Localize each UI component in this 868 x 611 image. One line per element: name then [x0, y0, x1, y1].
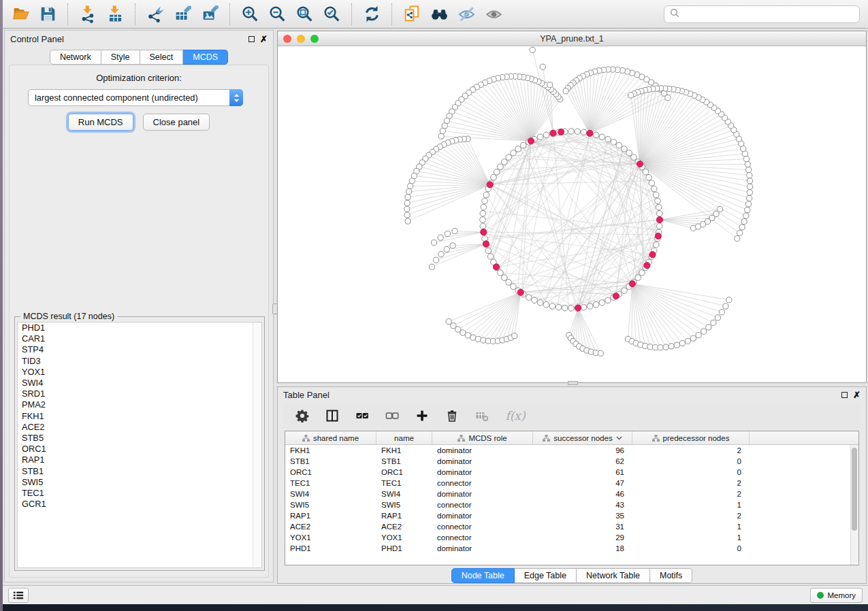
open-file-button[interactable] — [8, 3, 33, 26]
network-view-panel: YPA_prune.txt_1 — [277, 31, 867, 383]
tab-network-table[interactable]: Network Table — [577, 568, 650, 583]
search-input[interactable] — [684, 10, 854, 19]
mcds-result-item[interactable]: GCR1 — [18, 499, 261, 510]
hide-details-button[interactable] — [454, 3, 479, 26]
network-window-title: YPA_prune.txt_1 — [278, 34, 866, 44]
mcds-result-item[interactable]: PHD1 — [18, 323, 261, 333]
tab-node-table[interactable]: Node Table — [451, 568, 515, 583]
tab-mcds[interactable]: MCDS — [183, 50, 228, 65]
mcds-result-item[interactable]: STB5 — [18, 433, 261, 444]
zoom-fit-button[interactable] — [292, 3, 317, 26]
table-row[interactable]: YOX1YOX1connector291 — [285, 532, 858, 543]
float-panel-icon[interactable] — [248, 36, 255, 42]
deselect-all-icon — [385, 409, 399, 423]
mcds-result-item[interactable]: SWI4 — [18, 378, 261, 389]
column-header-shared-name[interactable]: shared name — [285, 431, 376, 444]
refresh-view-button[interactable] — [359, 3, 384, 26]
column-header-successor-nodes[interactable]: successor nodes — [533, 431, 632, 444]
cell-mcds-role: connector — [432, 532, 533, 543]
close-table-panel-icon[interactable]: ✗ — [853, 391, 861, 399]
cell-name: SWI4 — [376, 489, 432, 499]
select-all-button[interactable] — [354, 407, 370, 425]
close-panel-icon[interactable]: ✗ — [260, 35, 268, 44]
save-session-button[interactable] — [35, 3, 60, 26]
run-mcds-button[interactable]: Run MCDS — [68, 114, 133, 131]
tab-style[interactable]: Style — [101, 50, 140, 65]
cell-name: STB1 — [376, 456, 432, 467]
horizontal-splitter-handle[interactable] — [568, 381, 578, 385]
table-row[interactable]: PHD1PHD1dominator180 — [285, 543, 858, 554]
add-column-button[interactable] — [414, 407, 430, 425]
cell-shared-name: SWI5 — [285, 499, 376, 510]
mcds-result-item[interactable]: YOX1 — [18, 367, 261, 378]
mcds-result-item[interactable]: ORC1 — [18, 444, 261, 455]
export-table-button[interactable] — [170, 3, 195, 26]
export-network-button[interactable] — [143, 3, 167, 26]
cell-predecessor-nodes: 1 — [632, 499, 750, 510]
mcds-result-item[interactable]: PMA2 — [18, 399, 261, 410]
clone-network-button[interactable] — [400, 3, 424, 26]
mcds-result-item[interactable]: SWI5 — [18, 477, 261, 488]
show-panels-list-button[interactable] — [8, 588, 29, 603]
column-header-predecessor-nodes[interactable]: predecessor nodes — [632, 431, 750, 444]
attribute-icon — [652, 435, 660, 442]
table-row[interactable]: SWI5SWI5connector431 — [285, 499, 858, 510]
optimization-criterion-select[interactable]: largest connected component (undirected) — [28, 89, 243, 106]
table-row[interactable]: RAP1RAP1dominator352 — [285, 510, 858, 521]
network-canvas[interactable] — [278, 46, 866, 382]
zoom-in-button[interactable] — [238, 3, 262, 26]
memory-button[interactable]: Memory — [810, 588, 863, 603]
cell-predecessor-nodes: 0 — [632, 456, 750, 467]
import-network-button[interactable] — [76, 3, 100, 26]
cell-name: ACE2 — [376, 521, 432, 532]
delete-column-button[interactable] — [444, 407, 460, 425]
table-row[interactable]: STB1STB1dominator620 — [285, 456, 858, 467]
result-scrollbar[interactable] — [253, 323, 261, 567]
mcds-result-item[interactable]: SRD1 — [18, 389, 261, 399]
column-label: name — [394, 434, 414, 442]
close-panel-button[interactable]: Close panel — [143, 114, 210, 131]
mcds-result-item[interactable]: ACE2 — [18, 422, 261, 433]
column-label: successor nodes — [553, 434, 612, 442]
zoom-selected-button[interactable] — [319, 3, 344, 26]
find-button[interactable] — [427, 3, 451, 26]
cell-predecessor-nodes: 0 — [632, 543, 750, 554]
show-columns-button[interactable] — [324, 407, 340, 425]
tab-motifs[interactable]: Motifs — [650, 568, 692, 583]
table-row[interactable]: ACE2ACE2connector311 — [285, 521, 858, 532]
column-header-mcds-role[interactable]: MCDS role — [432, 431, 533, 444]
select-all-icon — [355, 409, 369, 423]
tab-edge-table[interactable]: Edge Table — [515, 568, 577, 583]
table-row[interactable]: FKH1FKH1dominator962 — [285, 445, 858, 456]
table-row[interactable]: TEC1TEC1connector472 — [285, 478, 858, 489]
export-image-button[interactable] — [197, 3, 222, 26]
table-settings-button[interactable] — [294, 407, 310, 425]
mcds-result-item[interactable]: STP4 — [18, 344, 261, 355]
cell-mcds-role: dominator — [432, 456, 533, 467]
mcds-result-item[interactable]: RAP1 — [18, 455, 261, 465]
export-table-icon — [174, 5, 192, 23]
column-label: shared name — [313, 434, 359, 442]
tab-network[interactable]: Network — [50, 50, 101, 65]
cell-successor-nodes: 35 — [533, 510, 632, 521]
table-row[interactable]: SWI4SWI4dominator462 — [285, 489, 858, 499]
show-details-button[interactable] — [481, 3, 506, 26]
tab-select[interactable]: Select — [140, 50, 184, 65]
table-row[interactable]: ORC1ORC1dominator610 — [285, 467, 858, 478]
import-table-button[interactable] — [103, 3, 127, 26]
cell-shared-name: TEC1 — [285, 478, 376, 489]
cell-successor-nodes: 18 — [533, 543, 632, 554]
deselect-all-button[interactable] — [384, 407, 400, 425]
mcds-result-item[interactable]: TEC1 — [18, 488, 261, 499]
mcds-result-item[interactable]: CAR1 — [18, 333, 261, 344]
table-scrollbar-thumb[interactable] — [852, 448, 857, 531]
zoom-out-button[interactable] — [265, 3, 289, 26]
mcds-result-item[interactable]: STB1 — [18, 466, 261, 477]
table-scrollbar[interactable] — [850, 445, 858, 565]
mcds-result-list[interactable]: PHD1CAR1STP4TID3YOX1SWI4SRD1PMA2FKH1ACE2… — [17, 322, 262, 568]
float-table-panel-icon[interactable] — [841, 392, 848, 398]
mcds-result-item[interactable]: TID3 — [18, 356, 261, 367]
mcds-result-item[interactable]: FKH1 — [18, 411, 261, 422]
column-header-name[interactable]: name — [376, 431, 432, 444]
search-box[interactable] — [664, 5, 860, 23]
